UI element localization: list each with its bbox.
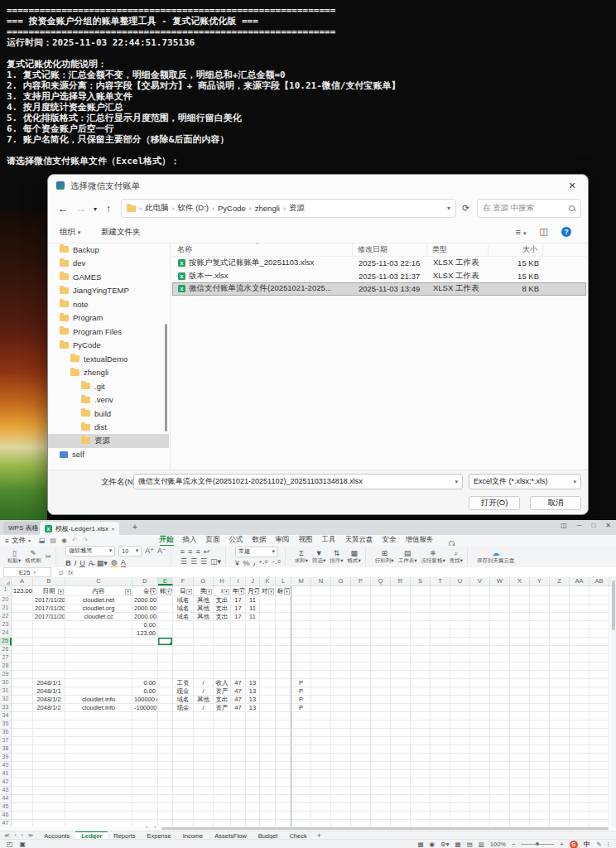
cell-R39[interactable]	[391, 754, 411, 762]
cell-G38[interactable]	[194, 745, 214, 754]
cell-N37[interactable]	[311, 737, 331, 745]
cell-F22[interactable]: 域名	[173, 613, 194, 621]
cell-P21[interactable]	[351, 605, 371, 613]
row-header-32[interactable]: 32	[0, 696, 12, 704]
row-header-26[interactable]: 26	[0, 646, 12, 654]
cell-R22[interactable]	[391, 613, 411, 621]
decrease-decimal-icon[interactable]: ⁻·⁰	[271, 559, 280, 567]
cell-V22[interactable]	[470, 613, 490, 621]
close-icon[interactable]: ✕	[565, 179, 580, 192]
cell-C46[interactable]	[65, 812, 132, 820]
cell-A29[interactable]	[12, 671, 33, 679]
cell-O21[interactable]	[331, 605, 351, 613]
align-center-icon[interactable]: ☰	[190, 557, 197, 566]
cell-F21[interactable]: 域名	[173, 605, 194, 613]
cell-H40[interactable]	[214, 762, 231, 770]
tree-item-textualDemo[interactable]: textualDemo	[48, 352, 169, 366]
cell-D29[interactable]	[132, 671, 158, 679]
cell-S21[interactable]	[411, 605, 431, 613]
cell-J35[interactable]	[246, 720, 260, 729]
breadcrumb-pycode[interactable]: PyCode	[218, 204, 246, 213]
row-header-43[interactable]: 43	[0, 787, 12, 795]
cell-G20[interactable]: 其他	[194, 596, 214, 605]
cell-J47[interactable]	[246, 820, 260, 826]
cell-M44[interactable]	[291, 795, 311, 803]
cell-S1[interactable]	[411, 586, 431, 596]
cell-I34[interactable]	[231, 712, 246, 720]
cell-K33[interactable]	[260, 704, 276, 712]
cell-N39[interactable]	[311, 754, 331, 762]
cell-Y26[interactable]	[530, 646, 550, 654]
cell-Z44[interactable]	[550, 795, 570, 803]
cell-O43[interactable]	[331, 787, 351, 795]
cell-E31[interactable]	[158, 687, 173, 696]
cell-AB23[interactable]	[590, 621, 609, 629]
cell-Y47[interactable]	[530, 820, 550, 826]
column-header-size[interactable]: 大小	[488, 243, 543, 256]
cell-F1[interactable]: 目▾	[173, 586, 194, 596]
cell-C38[interactable]	[65, 745, 132, 754]
cell-Q28[interactable]	[371, 662, 391, 671]
tree-item-GAMES[interactable]: GAMES	[48, 270, 169, 284]
cell-V32[interactable]	[470, 696, 490, 704]
cell-J26[interactable]	[246, 646, 260, 654]
cell-X27[interactable]	[510, 654, 530, 662]
cell-W47[interactable]	[490, 820, 510, 826]
forward-icon[interactable]: →	[76, 203, 86, 214]
cell-U46[interactable]	[450, 812, 470, 820]
cell-V24[interactable]	[470, 629, 490, 638]
row-header-33[interactable]: 33	[0, 704, 12, 712]
cell-E37[interactable]	[158, 737, 173, 745]
cell-G46[interactable]	[194, 812, 214, 820]
cell-O41[interactable]	[331, 770, 351, 778]
cell-D39[interactable]	[132, 754, 158, 762]
cell-S45[interactable]	[411, 803, 431, 812]
cell-U20[interactable]	[450, 596, 470, 605]
wrap-text-icon[interactable]: ↩	[204, 547, 210, 556]
font-color-icon[interactable]: A	[121, 558, 126, 568]
cell-M46[interactable]	[291, 812, 311, 820]
wps-app-tab[interactable]: WPS 表格	[3, 522, 43, 533]
cell-N21[interactable]	[311, 605, 331, 613]
cut-icon[interactable]: ✂	[46, 552, 52, 561]
cell-E1[interactable]: 账户▾	[158, 586, 173, 596]
cell-AB46[interactable]	[590, 812, 609, 820]
cell-H28[interactable]	[214, 662, 231, 671]
cell-X40[interactable]	[510, 762, 530, 770]
tree-scrollbar[interactable]	[165, 324, 167, 431]
cell-P37[interactable]	[351, 737, 371, 745]
minimize-icon[interactable]: ─	[577, 522, 582, 529]
cell-O36[interactable]	[331, 729, 351, 737]
cell-Q29[interactable]	[371, 671, 391, 679]
cell-F44[interactable]	[173, 795, 194, 803]
breadcrumb-drive-d[interactable]: 软件 (D:)	[178, 203, 209, 214]
cell-C21[interactable]: cloudlet.org	[65, 605, 132, 613]
cell-AA38[interactable]	[570, 745, 590, 754]
cell-M22[interactable]	[291, 613, 311, 621]
cell-R37[interactable]	[391, 737, 411, 745]
cell-T45[interactable]	[431, 803, 450, 812]
cell-G1[interactable]: 类▾	[194, 586, 214, 596]
cell-T38[interactable]	[431, 745, 450, 754]
cell-H25[interactable]	[214, 638, 231, 646]
cell-R26[interactable]	[391, 646, 411, 654]
column-header-type[interactable]: 类型	[427, 243, 488, 256]
autofilter-icon[interactable]: ▾	[238, 589, 244, 595]
cell-M32[interactable]: P	[291, 696, 311, 704]
tree-item-Program[interactable]: Program	[48, 311, 169, 325]
cell-L28[interactable]	[276, 662, 291, 671]
cell-B35[interactable]	[33, 720, 65, 729]
cell-P46[interactable]	[351, 812, 371, 820]
row-header-47[interactable]: 47	[0, 820, 12, 826]
search-input[interactable]: 在 资源 中搜索	[477, 199, 581, 218]
cell-O35[interactable]	[331, 720, 351, 729]
cell-L27[interactable]	[276, 654, 291, 662]
filetype-select[interactable]: Excel文件 (*.xlsx;*.xls) ▾	[469, 474, 581, 489]
cell-G43[interactable]	[194, 787, 214, 795]
cell-D23[interactable]: 0.00	[132, 621, 158, 629]
autofilter-icon[interactable]: ▾	[58, 589, 64, 595]
cell-AA39[interactable]	[570, 754, 590, 762]
cell-H30[interactable]: 收入	[214, 679, 231, 687]
cell-E28[interactable]	[158, 662, 173, 671]
cell-J33[interactable]: 13	[246, 704, 260, 712]
